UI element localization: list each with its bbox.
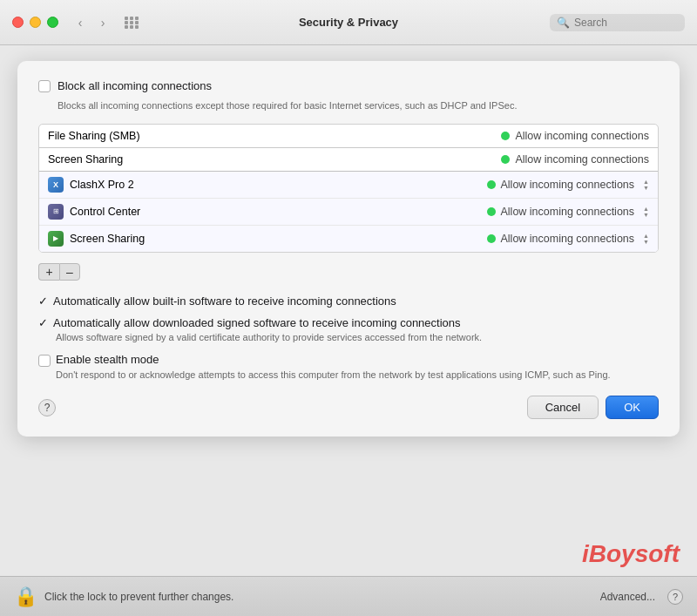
svg-rect-4	[130, 21, 133, 24]
row-left: Screen Sharing	[48, 153, 501, 166]
row-left: ⊞ Control Center	[48, 204, 487, 220]
stepper-down[interactable]: ▼	[643, 212, 649, 218]
search-icon: 🔍	[557, 17, 570, 29]
row-status: Allow incoming connections	[501, 233, 635, 245]
checkmark-builtin: ✓	[38, 294, 48, 308]
table-row: Screen Sharing Allow incoming connection…	[39, 148, 658, 172]
row-right: Allow incoming connections ▲ ▼	[487, 206, 650, 218]
grid-button[interactable]	[119, 13, 144, 32]
stealth-checkbox[interactable]	[38, 355, 51, 367]
row-status: Allow incoming connections	[515, 153, 649, 166]
svg-rect-6	[125, 25, 128, 29]
bottom-bar: 🔒 Click the lock to prevent further chan…	[0, 576, 697, 616]
content-area: Block all incoming connections Blocks al…	[0, 45, 697, 576]
option-builtin-label: Automatically allow built-in software to…	[53, 294, 396, 308]
connections-table: File Sharing (SMB) Allow incoming connec…	[38, 124, 659, 253]
lock-section: 🔒 Click the lock to prevent further chan…	[14, 586, 233, 608]
option-stealth: Enable stealth mode Don't respond to or …	[38, 353, 659, 382]
traffic-lights	[12, 17, 58, 28]
clashx-icon: X	[48, 177, 64, 193]
add-remove-buttons: + –	[38, 263, 659, 281]
close-button[interactable]	[12, 17, 24, 28]
maximize-button[interactable]	[47, 17, 58, 28]
stepper[interactable]: ▲ ▼	[643, 179, 649, 191]
table-row[interactable]: ▶ Screen Sharing Allow incoming connecti…	[39, 226, 658, 252]
dialog-footer: ? Cancel OK	[38, 396, 659, 419]
add-button[interactable]: +	[38, 263, 59, 281]
minimize-button[interactable]	[30, 17, 41, 28]
svg-rect-2	[135, 17, 139, 20]
search-input[interactable]	[574, 17, 678, 29]
row-left: ▶ Screen Sharing	[48, 231, 487, 247]
row-status: Allow incoming connections	[501, 206, 635, 218]
svg-rect-7	[130, 25, 133, 29]
control-center-icon: ⊞	[48, 204, 64, 220]
checkmark-row: ✓ Automatically allow downloaded signed …	[38, 316, 659, 329]
stepper-up[interactable]: ▲	[643, 206, 649, 212]
row-name: Screen Sharing	[70, 233, 145, 245]
row-status: Allow incoming connections	[515, 130, 649, 142]
stepper-up[interactable]: ▲	[643, 233, 649, 239]
row-name: Screen Sharing	[48, 153, 123, 166]
row-right: Allow incoming connections ▲ ▼	[487, 233, 650, 245]
stepper[interactable]: ▲ ▼	[643, 233, 649, 245]
status-dot	[487, 234, 496, 243]
cancel-button[interactable]: Cancel	[527, 396, 599, 419]
row-right: Allow incoming connections ▲ ▼	[487, 179, 650, 191]
row-left: File Sharing (SMB)	[48, 130, 501, 142]
window-title: Security & Privacy	[299, 16, 398, 29]
option-builtin: ✓ Automatically allow built-in software …	[38, 294, 659, 308]
option-signed-description: Allows software signed by a valid certif…	[56, 331, 659, 344]
nav-buttons: ‹ ›	[71, 13, 144, 32]
option-stealth-description: Don't respond to or acknowledge attempts…	[56, 369, 659, 382]
svg-rect-3	[125, 21, 128, 24]
block-all-label: Block all incoming connections	[58, 78, 212, 94]
checkmark-row: Enable stealth mode	[38, 353, 659, 367]
status-dot	[501, 155, 510, 164]
block-all-description: Blocks all incoming connections except t…	[58, 99, 659, 112]
row-left: X ClashX Pro 2	[48, 177, 487, 193]
svg-rect-5	[135, 21, 139, 24]
title-bar: ‹ › Security & Privacy 🔍	[0, 0, 697, 45]
stepper-down[interactable]: ▼	[643, 185, 649, 191]
table-row[interactable]: ⊞ Control Center Allow incoming connecti…	[39, 199, 658, 226]
ok-button[interactable]: OK	[606, 396, 659, 419]
row-name: ClashX Pro 2	[70, 179, 134, 191]
status-dot	[501, 132, 510, 140]
help-button[interactable]: ?	[38, 399, 56, 416]
footer-buttons: Cancel OK	[527, 396, 659, 419]
row-right: Allow incoming connections	[501, 130, 649, 142]
stepper-down[interactable]: ▼	[643, 239, 649, 245]
option-signed-label: Automatically allow downloaded signed so…	[53, 316, 461, 329]
row-name: Control Center	[70, 206, 140, 218]
row-right: Allow incoming connections	[501, 153, 649, 166]
table-row[interactable]: X ClashX Pro 2 Allow incoming connection…	[39, 172, 658, 199]
bottom-question-button[interactable]: ?	[667, 589, 683, 605]
stepper[interactable]: ▲ ▼	[643, 206, 649, 218]
lock-icon[interactable]: 🔒	[14, 586, 37, 608]
forward-button[interactable]: ›	[93, 13, 112, 32]
status-dot	[487, 180, 496, 189]
svg-rect-8	[135, 25, 139, 29]
checkmark-signed: ✓	[38, 316, 48, 329]
row-status: Allow incoming connections	[501, 179, 635, 191]
block-all-row: Block all incoming connections	[38, 78, 659, 94]
row-name: File Sharing (SMB)	[48, 130, 140, 142]
back-button[interactable]: ‹	[71, 13, 90, 32]
search-box[interactable]: 🔍	[550, 14, 685, 31]
table-row: File Sharing (SMB) Allow incoming connec…	[39, 125, 658, 148]
svg-rect-1	[130, 17, 133, 20]
option-signed: ✓ Automatically allow downloaded signed …	[38, 316, 659, 344]
options-section: ✓ Automatically allow built-in software …	[38, 294, 659, 382]
remove-button[interactable]: –	[59, 263, 80, 281]
checkmark-row: ✓ Automatically allow built-in software …	[38, 294, 659, 308]
lock-text: Click the lock to prevent further change…	[44, 591, 233, 603]
block-all-checkbox[interactable]	[38, 80, 51, 92]
stepper-up[interactable]: ▲	[643, 179, 649, 185]
advanced-button[interactable]: Advanced...	[593, 587, 662, 606]
screen-sharing-app-icon: ▶	[48, 231, 64, 247]
status-dot	[487, 207, 496, 216]
dialog-panel: Block all incoming connections Blocks al…	[17, 61, 680, 437]
option-stealth-label: Enable stealth mode	[56, 353, 159, 366]
svg-rect-0	[125, 17, 128, 20]
